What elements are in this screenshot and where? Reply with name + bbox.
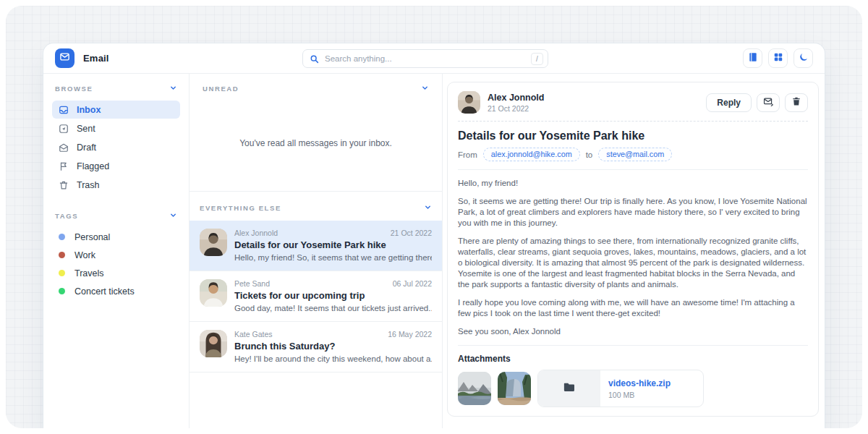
- email-app-window: Email /: [43, 43, 825, 428]
- tag-label: Concert tickets: [75, 286, 135, 297]
- attachments-label: Attachments: [458, 354, 808, 364]
- sidebar-item-trash[interactable]: Trash: [52, 176, 180, 194]
- detail-from-row: From alex.jonnold@hike.com to steve@mail…: [458, 148, 808, 161]
- tag-color-dot: [59, 252, 65, 258]
- tags-section-header: TAGS: [52, 211, 180, 221]
- unread-section-header: UNREAD: [200, 84, 432, 93]
- email-subject: Brunch this Saturday?: [234, 341, 432, 352]
- tag-color-dot: [59, 288, 65, 294]
- apps-grid-button[interactable]: [768, 48, 788, 68]
- everything-else-label: EVERYTHING ELSE: [200, 204, 281, 212]
- chevron-down-icon[interactable]: [169, 211, 177, 221]
- email-list-item[interactable]: Alex Jonnold 21 Oct 2022 Details for our…: [190, 221, 442, 271]
- email-item-content: Kate Gates 16 May 2022 Brunch this Satur…: [234, 330, 432, 363]
- email-item-content: Pete Sand 06 Jul 2022 Tickets for our up…: [234, 279, 432, 312]
- sidebar-item-inbox[interactable]: Inbox: [52, 101, 180, 119]
- attachment-photo-valley[interactable]: [458, 372, 491, 405]
- forward-mail-button[interactable]: [757, 93, 780, 112]
- folder-icon: [563, 380, 576, 396]
- sidebar: BROWSE Inbox: [43, 74, 190, 428]
- app-logo[interactable]: [55, 48, 75, 68]
- reply-button[interactable]: Reply: [706, 93, 752, 112]
- trash-filled-icon: [791, 96, 801, 109]
- email-date: 16 May 2022: [388, 330, 432, 339]
- avatar: [200, 229, 227, 256]
- top-bar: Email /: [43, 43, 825, 74]
- envelope-icon: [59, 51, 70, 65]
- sent-icon: [59, 124, 69, 134]
- sidebar-item-label: Flagged: [77, 161, 109, 171]
- attachment-photo-half-dome[interactable]: [498, 372, 531, 405]
- dark-mode-toggle[interactable]: [793, 48, 813, 68]
- body-paragraph: There are plenty of amazing things to se…: [458, 236, 808, 290]
- tag-label: Travels: [75, 268, 104, 278]
- from-email-chip[interactable]: alex.jonnold@hike.com: [483, 148, 580, 161]
- detail-actions: Reply: [706, 93, 808, 112]
- to-email-chip[interactable]: steve@mail.com: [598, 148, 672, 161]
- sidebar-item-label: Inbox: [77, 105, 101, 115]
- tag-color-dot: [59, 270, 65, 276]
- tags-section: TAGS Personal Work: [52, 211, 180, 300]
- chevron-down-icon[interactable]: [169, 84, 177, 93]
- browse-label: BROWSE: [55, 85, 93, 93]
- file-icon-area: [538, 370, 600, 407]
- tag-item-personal[interactable]: Personal: [52, 228, 180, 246]
- message-list-column: UNREAD You've read all messages in your …: [190, 74, 443, 428]
- detail-sender-name: Alex Jonnold: [488, 93, 544, 103]
- email-preview: Hey! I'll be around the city this weeken…: [234, 354, 432, 363]
- attachments-row: videos-hike.zip 100 MB: [458, 370, 808, 407]
- sidebar-item-label: Trash: [77, 180, 100, 190]
- chevron-down-icon[interactable]: [424, 203, 432, 213]
- sidebar-item-label: Draft: [77, 142, 96, 153]
- app-title: Email: [83, 53, 109, 64]
- from-label: From: [458, 150, 477, 159]
- email-detail-column: Alex Jonnold 21 Oct 2022 Reply: [443, 74, 825, 428]
- email-body: Hello, my friend! So, it seems we are ge…: [458, 178, 808, 337]
- sidebar-item-draft[interactable]: Draft: [52, 138, 180, 156]
- body-paragraph: I really hope you love coming along with…: [458, 297, 808, 319]
- search-bar[interactable]: /: [302, 49, 548, 68]
- topbar-actions: [743, 48, 813, 68]
- attachment-file-name[interactable]: videos-hike.zip: [608, 378, 671, 388]
- tag-item-work[interactable]: Work: [52, 246, 180, 264]
- delete-email-button[interactable]: [785, 93, 808, 112]
- tags-label: TAGS: [55, 212, 78, 220]
- attachment-file-size: 100 MB: [608, 391, 671, 399]
- attachment-file-card[interactable]: videos-hike.zip 100 MB: [537, 370, 704, 407]
- moon-icon: [799, 52, 809, 64]
- avatar: [200, 279, 227, 307]
- email-date: 21 Oct 2022: [391, 229, 432, 237]
- tag-item-travels[interactable]: Travels: [52, 264, 180, 282]
- search-shortcut-key: /: [531, 53, 543, 65]
- avatar: [200, 330, 227, 357]
- browse-nav-list: Inbox Sent Draft: [52, 101, 180, 194]
- email-list-item[interactable]: Kate Gates 16 May 2022 Brunch this Satur…: [190, 322, 442, 373]
- tag-label: Work: [75, 250, 95, 260]
- avatar: [458, 91, 480, 114]
- mail-forward-icon: [763, 96, 774, 109]
- email-list-item[interactable]: Pete Sand 06 Jul 2022 Tickets for our up…: [190, 271, 442, 322]
- search-input[interactable]: [325, 54, 525, 63]
- detail-date: 21 Oct 2022: [488, 104, 544, 113]
- inbox-icon: [59, 105, 69, 115]
- chevron-down-icon[interactable]: [421, 84, 429, 93]
- email-detail-card: Alex Jonnold 21 Oct 2022 Reply: [447, 82, 819, 417]
- body-paragraph: So, it seems we are getting there! Our t…: [458, 196, 808, 229]
- email-subject: Tickets for our upcoming trip: [234, 290, 432, 301]
- tag-item-concert-tickets[interactable]: Concert tickets: [52, 282, 180, 300]
- to-label: to: [586, 150, 593, 159]
- email-sender: Pete Sand: [234, 279, 270, 288]
- half-dome-photo: [498, 372, 531, 405]
- email-preview: Good day, mate! It seems that our ticket…: [234, 304, 432, 312]
- email-subject: Details for our Yosemite Park hike: [234, 239, 432, 250]
- book-icon: [748, 52, 758, 64]
- address-book-button[interactable]: [743, 48, 762, 68]
- unread-section: UNREAD You've read all messages in your …: [190, 74, 442, 192]
- grid-icon: [773, 52, 783, 64]
- sidebar-item-sent[interactable]: Sent: [52, 119, 180, 137]
- sidebar-item-flagged[interactable]: Flagged: [52, 157, 180, 175]
- detail-subject: Details for our Yosemite Park hike: [458, 129, 808, 142]
- main-columns: BROWSE Inbox: [43, 74, 825, 428]
- email-preview: Hello, my friend! So, it seems that we a…: [234, 253, 432, 262]
- email-sender: Kate Gates: [234, 330, 273, 339]
